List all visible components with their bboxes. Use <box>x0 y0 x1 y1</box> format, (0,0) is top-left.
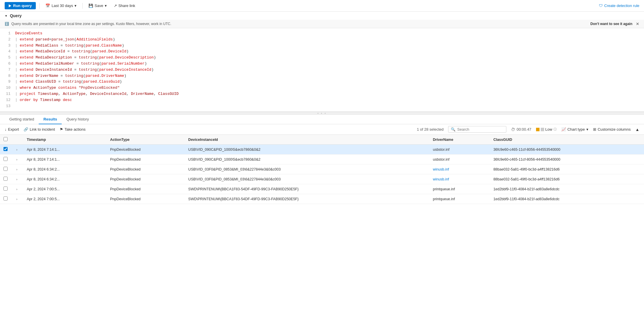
row-timestamp: Apr 8, 2024 6:34:2... <box>23 174 107 184</box>
low-severity-badge: Low ⓘ <box>536 127 557 132</box>
row-class-guid: 36fc9e60-c465-11cf-8056-444553540000 <box>490 155 644 164</box>
code-editor[interactable]: 1 DeviceEvents 2 | extend parsed=parse_j… <box>0 28 644 111</box>
col-timestamp: Timestamp <box>23 135 107 145</box>
query-header[interactable]: ▼ Query <box>0 12 644 20</box>
date-range-button[interactable]: 📅 Last 30 days ▾ <box>43 2 79 9</box>
row-class-guid: 1ed2bbf9-11f0-4084-b21f-ad83a8e6dcdc <box>490 194 644 204</box>
code-line-9: 9 | extend ClassGUID = tostring(parsed.C… <box>5 79 639 85</box>
export-button[interactable]: ↓ Export <box>5 127 19 132</box>
row-expand-cell: › <box>12 194 23 204</box>
share-link-button[interactable]: ↗ Share link <box>111 2 138 9</box>
search-input[interactable] <box>457 127 504 132</box>
row-class-guid: 36fc9e60-c465-11cf-8056-444553540000 <box>490 145 644 155</box>
info-bar-left: ℹ️ Query results are presented in your l… <box>5 22 171 26</box>
row-expand-button[interactable]: › <box>15 147 19 152</box>
row-checkbox[interactable] <box>3 167 8 171</box>
row-checkbox-cell <box>0 164 12 174</box>
code-line-3: 3 | extend MediaClass = tostring(parsed.… <box>5 43 639 49</box>
actions-icon: ⚑ <box>60 127 63 132</box>
row-device-instance-id: USB\VID_03F0&PID_0853&MI_03\6&227844e3&0… <box>185 164 430 174</box>
toolbar-sep-1 <box>39 3 40 9</box>
col-driver-name: DriverName <box>429 135 490 145</box>
row-class-guid: 1ed2bbf9-11f0-4084-b21f-ad83a8e6dcdc <box>490 184 644 194</box>
toolbar-sep-2 <box>82 3 83 9</box>
row-checkbox[interactable] <box>3 157 8 161</box>
row-checkbox-cell <box>0 184 12 194</box>
customize-columns-label: Customize columns <box>598 127 631 132</box>
row-expand-button[interactable]: › <box>15 187 19 191</box>
run-query-button[interactable]: Run query <box>5 2 36 9</box>
take-actions-button[interactable]: ⚑ Take actions <box>60 127 86 132</box>
table-row: › Apr 2, 2024 7:00:5... PnpDeviceBlocked… <box>0 184 644 194</box>
row-expand-cell: › <box>12 174 23 184</box>
table-row: › Apr 8, 2024 7:14:1... PnpDeviceBlocked… <box>0 155 644 164</box>
row-expand-cell: › <box>12 155 23 164</box>
code-line-7: 7 | extend DeviceInstanceId = tostring(p… <box>5 67 639 73</box>
low-label: Low <box>545 127 552 132</box>
scroll-up-button[interactable]: ▲ <box>635 127 639 132</box>
row-timestamp: Apr 8, 2024 7:14:1... <box>23 145 107 155</box>
divider-dots: • • • <box>317 112 327 115</box>
results-table-container: Timestamp ActionType DeviceInstanceId Dr… <box>0 135 644 302</box>
row-driver-name: printqueue.inf <box>429 184 490 194</box>
col-checkbox <box>0 135 12 145</box>
code-line-5: 5 | extend MediaDescription = tostring(p… <box>5 55 639 61</box>
tab-results[interactable]: Results <box>39 115 62 124</box>
results-section: Getting started Results Query history ↓ … <box>0 115 644 302</box>
row-expand-button[interactable]: › <box>15 177 19 182</box>
dont-see-button[interactable]: Don't want to see it again <box>590 22 632 26</box>
row-driver-name: winusb.inf <box>429 174 490 184</box>
code-line-13: 13 <box>5 103 639 109</box>
main-toolbar: Run query 📅 Last 30 days ▾ 💾 Save ▾ ↗ Sh… <box>0 0 644 12</box>
row-device-instance-id: SWD\PRINTENUM\{BBCA1F83-54DF-49FD-99C3-F… <box>185 194 430 204</box>
row-checkbox-cell <box>0 194 12 204</box>
row-action-type: PnpDeviceBlocked <box>107 194 185 204</box>
row-expand-button[interactable]: › <box>15 157 19 162</box>
chart-type-button[interactable]: 📈 Chart type ▾ <box>561 127 588 132</box>
columns-icon: ⊞ <box>593 127 596 132</box>
row-checkbox[interactable] <box>3 177 8 181</box>
customize-columns-button[interactable]: ⊞ Customize columns <box>593 127 631 132</box>
link-icon: 🔗 <box>24 127 28 132</box>
row-checkbox-cell <box>0 145 12 155</box>
row-checkbox[interactable] <box>3 196 8 201</box>
table-row: › Apr 8, 2024 6:34:2... PnpDeviceBlocked… <box>0 164 644 174</box>
resize-divider[interactable]: • • • <box>0 112 644 115</box>
row-timestamp: Apr 8, 2024 6:34:2... <box>23 164 107 174</box>
link-to-incident-button[interactable]: 🔗 Link to incident <box>24 127 55 132</box>
low-rect-gray <box>541 128 544 131</box>
code-line-2: 2 | extend parsed=parse_json(AdditionalF… <box>5 37 639 43</box>
row-device-instance-id: USB\VID_090C&PID_1000\5&ecb7860&0&2 <box>185 155 430 164</box>
table-row: › Apr 8, 2024 7:14:1... PnpDeviceBlocked… <box>0 145 644 155</box>
row-expand-cell: › <box>12 164 23 174</box>
create-detection-button[interactable]: 🛡 Create detection rule <box>599 3 639 8</box>
results-tabs: Getting started Results Query history <box>0 115 644 124</box>
chart-icon: 📈 <box>561 127 566 132</box>
code-line-8: 8 | extend DriverName = tostring(parsed.… <box>5 73 639 79</box>
row-action-type: PnpDeviceBlocked <box>107 184 185 194</box>
row-checkbox[interactable] <box>3 187 8 191</box>
save-button[interactable]: 💾 Save ▾ <box>86 2 109 9</box>
col-class-guid: ClassGUID <box>490 135 644 145</box>
row-expand-button[interactable]: › <box>15 167 19 172</box>
row-class-guid: 88bae032-5a81-49f0-bc3d-a4ff138216d6 <box>490 164 644 174</box>
select-all-checkbox[interactable] <box>3 137 8 141</box>
chart-type-label: Chart type <box>567 127 585 132</box>
play-icon <box>9 4 11 7</box>
close-info-button[interactable]: ✕ <box>636 22 639 26</box>
timer-icon: ⏱ <box>511 127 515 132</box>
row-class-guid: 88bae032-5a81-49f0-bc3d-a4ff138216d6 <box>490 174 644 184</box>
search-box[interactable]: 🔍 <box>448 126 506 133</box>
info-message: Query results are presented in your loca… <box>11 22 171 26</box>
tab-query-history[interactable]: Query history <box>62 115 93 124</box>
results-toolbar: ↓ Export 🔗 Link to incident ⚑ Take actio… <box>0 124 644 135</box>
chevron-down-icon-chart: ▾ <box>586 127 588 132</box>
detection-icon: 🛡 <box>599 3 603 8</box>
row-expand-button[interactable]: › <box>15 197 19 201</box>
row-checkbox[interactable] <box>3 147 8 151</box>
query-chevron-icon: ▼ <box>5 14 8 17</box>
share-label: Share link <box>118 3 135 8</box>
tab-getting-started[interactable]: Getting started <box>5 115 39 124</box>
table-row: › Apr 8, 2024 6:34:2... PnpDeviceBlocked… <box>0 174 644 184</box>
row-driver-name: winusb.inf <box>429 164 490 174</box>
